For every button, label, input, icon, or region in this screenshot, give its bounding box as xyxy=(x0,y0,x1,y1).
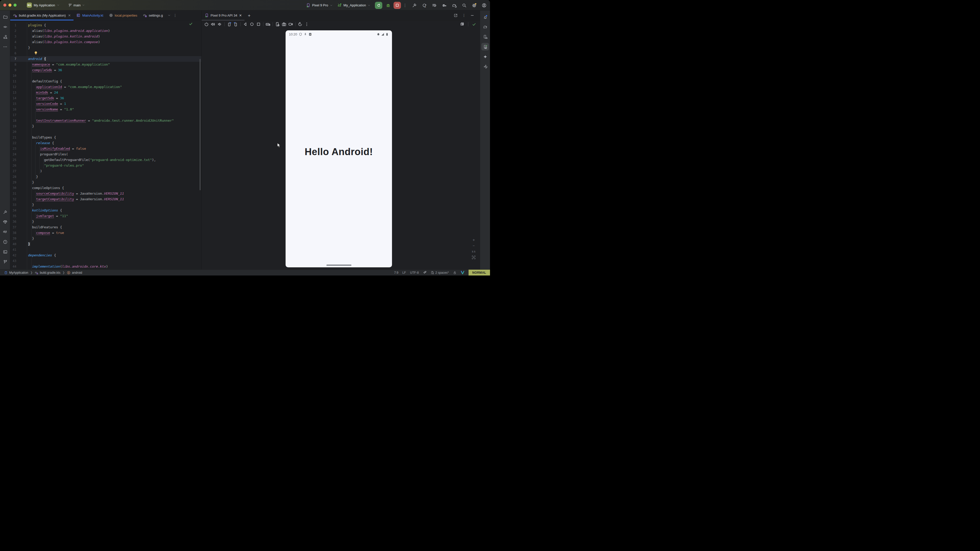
open-in-new-window-icon[interactable] xyxy=(454,14,458,17)
emulator-keyboard-button[interactable] xyxy=(265,21,271,27)
lock-open-icon[interactable] xyxy=(453,271,457,275)
code-line-40[interactable]: 40} xyxy=(10,241,201,247)
gradle-sync-icon[interactable] xyxy=(452,3,457,8)
code-line-41[interactable]: 41 xyxy=(10,247,201,252)
tool-stripe-button-build-hammer[interactable] xyxy=(1,208,9,216)
code-line-11[interactable]: 11 defaultConfig { xyxy=(10,79,201,84)
code-line-35[interactable]: 35 jvmTarget = "11" xyxy=(10,213,201,219)
code-line-3[interactable]: 3 alias(libs.plugins.kotlin.android) xyxy=(10,34,201,39)
code-line-34[interactable]: 34 kotlinOptions { xyxy=(10,208,201,213)
tool-stripe-button-logcat-cat[interactable] xyxy=(1,228,9,236)
code-line-30[interactable]: 30 compileOptions { xyxy=(10,185,201,191)
emulator-back-button[interactable] xyxy=(242,21,248,27)
rerun-button[interactable] xyxy=(375,2,382,9)
intention-bulb-icon[interactable] xyxy=(34,51,38,55)
inspections-ok-icon[interactable] xyxy=(189,22,192,26)
code-line-27[interactable]: 27 ) xyxy=(10,168,201,174)
file-encoding[interactable]: UTF-8 xyxy=(410,271,419,275)
tool-stripe-button-terminal[interactable] xyxy=(1,248,9,256)
search-icon[interactable] xyxy=(462,3,466,8)
attach-debugger-icon[interactable] xyxy=(442,3,447,8)
vim-mode-badge[interactable]: NORMAL xyxy=(469,270,490,275)
emulator-device-settings-button[interactable] xyxy=(274,21,281,27)
emulator-kebab-menu-button[interactable] xyxy=(304,21,310,27)
navigation-handle[interactable] xyxy=(326,265,352,266)
tab-MainActivity.kt[interactable]: MainActivity.kt xyxy=(73,11,106,20)
code-line-9[interactable]: 9 compileSdk = 36 xyxy=(10,67,201,73)
tool-stripe-button-notifications-bell[interactable] xyxy=(481,13,489,21)
code-line-32[interactable]: 32 targetCompatibility = JavaVersion.VER… xyxy=(10,197,201,202)
hide-panel-icon[interactable] xyxy=(470,14,474,17)
code-line-25[interactable]: 25 getDefaultProguardFile("proguard-andr… xyxy=(10,157,201,163)
code-line-36[interactable]: 36 } xyxy=(10,219,201,224)
tool-stripe-button-app-links-plane[interactable] xyxy=(481,63,489,70)
code-line-33[interactable]: 33 } xyxy=(10,202,201,208)
tab-build.gradle.kts[interactable]: build.gradle.kts (My Application)✕ xyxy=(10,11,73,20)
code-line-18[interactable]: 18 testInstrumentationRunner = "androidx… xyxy=(10,118,201,124)
settings-icon[interactable] xyxy=(472,3,476,8)
tool-stripe-button-gemini-star[interactable] xyxy=(481,53,489,60)
emulator-volume-up-button[interactable] xyxy=(210,21,216,27)
tool-stripe-button-device-manager[interactable] xyxy=(481,33,489,41)
code-line-15[interactable]: 15 versionCode = 1 xyxy=(10,101,201,106)
code-line-37[interactable]: 37 buildFeatures { xyxy=(10,224,201,230)
tool-stripe-button-gradle-elephant[interactable] xyxy=(481,23,489,30)
code-line-17[interactable]: 17 xyxy=(10,112,201,118)
stop-button[interactable] xyxy=(393,2,401,9)
code-line-1[interactable]: 1plugins { xyxy=(10,22,201,28)
code-line-4[interactable]: 4 alias(libs.plugins.kotlin.compose) xyxy=(10,39,201,45)
code-line-12[interactable]: 12 applicationId = "com.example.myapplic… xyxy=(10,84,201,90)
code-line-19[interactable]: 19 } xyxy=(10,124,201,129)
emulator-overview-button[interactable] xyxy=(255,21,262,27)
zoom-out-button[interactable]: － xyxy=(472,244,476,248)
tool-stripe-button-running-devices[interactable] xyxy=(481,43,489,51)
branch-selector[interactable]: main xyxy=(68,3,85,7)
code-line-38[interactable]: 38 compose = true xyxy=(10,230,201,236)
code-line-6[interactable]: 6 xyxy=(10,51,201,56)
close-icon[interactable]: ✕ xyxy=(239,14,242,17)
code-line-8[interactable]: 8 namespace = "com.example.myapplication… xyxy=(10,62,201,67)
code-line-7[interactable]: 7android { xyxy=(10,56,201,62)
project-selector[interactable]: MA My Application xyxy=(27,3,59,8)
emulator-volume-down-button[interactable] xyxy=(216,21,223,27)
code-line-14[interactable]: 14 targetSdk = 36 xyxy=(10,95,201,101)
tab-options-icon[interactable]: ⋮ xyxy=(173,13,177,17)
code-line-31[interactable]: 31 sourceCompatibility = JavaVersion.VER… xyxy=(10,191,201,197)
tool-stripe-button-structure[interactable] xyxy=(1,33,9,41)
code-line-29[interactable]: 29 } xyxy=(10,179,201,185)
emulator-screen[interactable]: 10:20 A Hello Android! xyxy=(286,30,392,267)
code-line-39[interactable]: 39 } xyxy=(10,236,201,241)
panel-options-icon[interactable]: ⋮ xyxy=(462,13,466,17)
minimize-window-button[interactable] xyxy=(8,3,11,6)
device-tab[interactable]: Pixel 9 Pro API 34 ✕ xyxy=(202,11,245,20)
windows-zoom-icon[interactable] xyxy=(460,22,464,26)
code-editor[interactable]: 1plugins {2 alias(libs.plugins.android.a… xyxy=(10,21,201,269)
breadcrumb-item-build.gradle.kts[interactable]: build.gradle.kts xyxy=(35,271,60,275)
profile-icon[interactable] xyxy=(482,3,487,8)
line-ending[interactable]: LF xyxy=(402,271,406,275)
emulator-reset-button[interactable] xyxy=(297,21,304,27)
tool-stripe-button-project-folder[interactable] xyxy=(1,13,9,21)
zoom-reset-button[interactable]: 1:1 xyxy=(472,249,476,254)
ideavim-icon[interactable] xyxy=(461,271,465,275)
zoom-in-button[interactable]: ＋ xyxy=(472,238,476,242)
breadcrumb-item-android[interactable]: android xyxy=(67,271,82,275)
code-line-20[interactable]: 20 xyxy=(10,129,201,135)
code-line-10[interactable]: 10 xyxy=(10,73,201,79)
code-line-16[interactable]: 16 versionName = "1.0" xyxy=(10,106,201,112)
emulator-rotate-right-button[interactable] xyxy=(232,21,239,27)
apply-code-changes-icon[interactable] xyxy=(432,3,437,8)
code-line-26[interactable]: 26 "proguard-rules.pro" xyxy=(10,163,201,168)
ai-assistant-off-icon[interactable] xyxy=(423,271,426,275)
tool-stripe-button-app-quality-insights[interactable] xyxy=(1,218,9,226)
tab-settings.g[interactable]: settings.g xyxy=(140,11,166,20)
breadcrumb-item-MyApplication[interactable]: MyApplication xyxy=(4,271,28,275)
build-hammer-icon[interactable] xyxy=(412,3,417,8)
code-line-21[interactable]: 21 buildTypes { xyxy=(10,135,201,140)
emulator-screen-record-button[interactable] xyxy=(287,21,294,27)
code-line-28[interactable]: 28 } xyxy=(10,174,201,179)
run-configuration-selector[interactable]: My_Application xyxy=(337,3,370,8)
code-line-24[interactable]: 24 proguardFiles( xyxy=(10,151,201,157)
add-device-tab-button[interactable]: ＋ xyxy=(245,11,254,20)
caret-position[interactable]: 7:9 xyxy=(394,271,398,275)
